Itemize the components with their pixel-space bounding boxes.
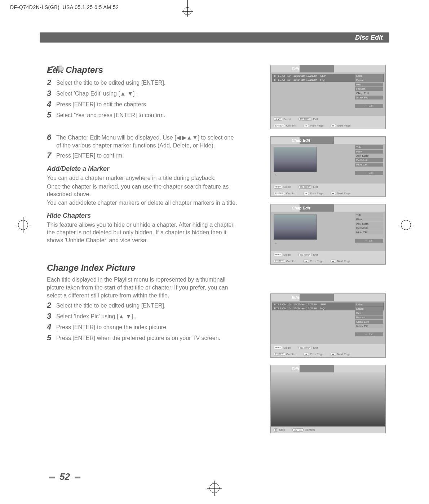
arrows-icon: ◂▸▴▾ [274,117,282,121]
panel-header: Edit [271,294,385,301]
prev-icon: ⏮ [304,192,309,195]
menu-item-rec[interactable]: Rec [355,311,383,315]
step-number: 3 [47,89,56,98]
registration-mark-icon [209,483,220,493]
panel-header: Edit [271,365,385,372]
cell: TITLE CH 10 [274,303,291,306]
panel-header: Chap Edit [271,137,385,144]
panel-footer: ENTERConfirm ⏮Prev Page ⏭Next Page [271,258,385,264]
divider-icon [75,477,80,478]
step-text: Select the title to be edited using [ENT… [56,301,165,310]
preview-number: 1 [275,241,277,244]
step-row: 6 The Chapter Edit Menu will be displaye… [47,133,238,149]
menu-item-index-pic[interactable]: Index Pic [355,324,383,328]
exit-item[interactable]: ← Exit [355,332,383,336]
menu-item-hide-ch[interactable]: Hide CH [355,230,383,234]
panel-chap-edit: Chap Edit 1 Title Play Add Mark Del Mark… [270,204,386,265]
footer-label: Prev Page [310,192,323,195]
footer-label: Select [283,118,291,121]
step-row: 7 Press [ENTER] to confirm. [47,151,238,160]
step-text: Select 'Yes' and press [ENTER] to confir… [56,110,165,119]
menu-item-add-mark[interactable]: Add Mark [355,222,383,226]
menu-item-label[interactable]: Label [355,74,383,78]
footer-label: Confirm [286,192,296,195]
panel-edit: Edit TITLE CH 10 10:20 am 12/21/04 SEP T… [270,293,386,358]
footer-label: Next Page [337,124,350,127]
paragraph: You can add a chapter marker anywhere in… [47,174,238,182]
menu-item-erase[interactable]: Erase [355,307,383,311]
step-text: Press [ENTER] to edit the chapters. [56,100,147,109]
step-text: Press [ENTER] to change the index pictur… [56,322,168,331]
menu-item-add-mark[interactable]: Add Mark [355,154,383,158]
menu-item-erase[interactable]: Erase [355,78,383,82]
step-number: 6 [47,133,56,142]
enter-key-icon: ENTER [274,124,285,127]
enter-key-icon: ENTER [274,353,285,356]
panel-footer: ◂▸▴▾Select RETURNExit [271,116,385,122]
step-text: Select 'Chap Edit' using [▲ ▼] . [56,89,138,98]
footer-label: Prev Page [310,124,323,127]
step-number: 7 [47,151,56,160]
menu-item-protect[interactable]: Protect [355,315,383,319]
menu-item-del-mark[interactable]: Del Mark [355,226,383,230]
cell: TITLE CH 10 [274,74,291,78]
next-icon: ⏭ [331,260,336,263]
footer-label: Next Page [337,192,350,195]
step-number: 4 [47,100,56,109]
menu-item-rec[interactable]: Rec [355,83,383,87]
cell: SEP [320,303,326,306]
panel-footer: ◂▸▴▾Select RETURNExit [271,184,385,190]
exit-item[interactable]: ← Exit [355,171,383,175]
cell: HQ [320,78,324,81]
panel-footer: ◂▸▴▾Select RETURNExit [271,251,385,258]
return-key-icon: RETURN [298,118,312,121]
panel-footer: ENTERConfirm ⏮Prev Page ⏭Next Page [271,351,385,357]
next-icon: ⏭ [331,353,336,356]
exit-item[interactable]: ← Exit [355,239,383,243]
step-row: 3 Select 'Index Pic' using [▲ ▼] . [47,311,238,321]
menu-item-chap-edit[interactable]: Chap Edit [355,320,383,324]
return-key-icon: RETURN [298,346,312,349]
footer-label: Next Page [337,260,350,263]
exit-item[interactable]: ← Exit [355,104,383,108]
registration-mark-icon [18,220,28,230]
heading-change-index-picture: Change Index Picture [47,263,238,273]
side-menu: Title Play Add Mark Del Mark Hide CH ← E… [355,145,383,175]
next-icon: ⏭ [331,192,336,195]
footer-label: Select [283,185,291,189]
cell: HQ [320,307,324,310]
menu-item-play[interactable]: Play [355,150,383,154]
divider-icon [49,477,55,478]
panel-title: Edit [292,367,299,371]
footer-label: Prev Page [310,353,323,356]
section-header: Disc Edit [40,32,389,43]
menu-item-play[interactable]: Play [355,217,383,221]
panel-footer: ENTERConfirm ⏮Prev Page ⏭Next Page [271,122,385,129]
menu-item-label[interactable]: Label [355,302,383,306]
panel-footer: ◂▸▴▾Select RETURNExit [271,344,385,351]
panel-title: Edit [292,67,299,71]
next-icon: ⏭ [331,124,336,127]
enter-key-icon: ENTER [274,260,285,263]
menu-item-chap-edit[interactable]: Chap Edit [355,91,383,95]
step-text: Select the title to be edited using [ENT… [56,78,165,87]
panel-footer: ENTERConfirm ⏮Prev Page ⏭Next Page [271,190,385,196]
prev-icon: ⏮ [304,353,309,356]
panel-edit: Edit TITLE CH 10 10:20 am 12/21/04 SEP T… [270,65,386,129]
step-text: Select 'Index Pic' using [▲ ▼] . [56,311,136,320]
menu-item-title[interactable]: Title [355,213,383,217]
heading-add-delete-marker: Add/Delete a Marker [47,165,238,173]
cell: TITLE CH 10 [274,78,291,81]
menu-item-del-mark[interactable]: Del Mark [355,158,383,162]
page-number-value: 52 [59,471,70,482]
cell: 10:34 am 12/21/04 [293,307,318,310]
preview-image [271,372,385,426]
menu-item-index-pic[interactable]: Index Pic [355,96,383,100]
arrows-icon: ◂▸▴▾ [274,253,282,256]
step-number: 2 [47,78,56,87]
page-number: 52 [47,471,83,482]
panel-footer: ■Stop ENTERConfirm [271,426,385,433]
menu-item-hide-ch[interactable]: Hide CH [355,163,383,167]
menu-item-title[interactable]: Title [355,145,383,149]
menu-item-protect[interactable]: Protect [355,87,383,91]
